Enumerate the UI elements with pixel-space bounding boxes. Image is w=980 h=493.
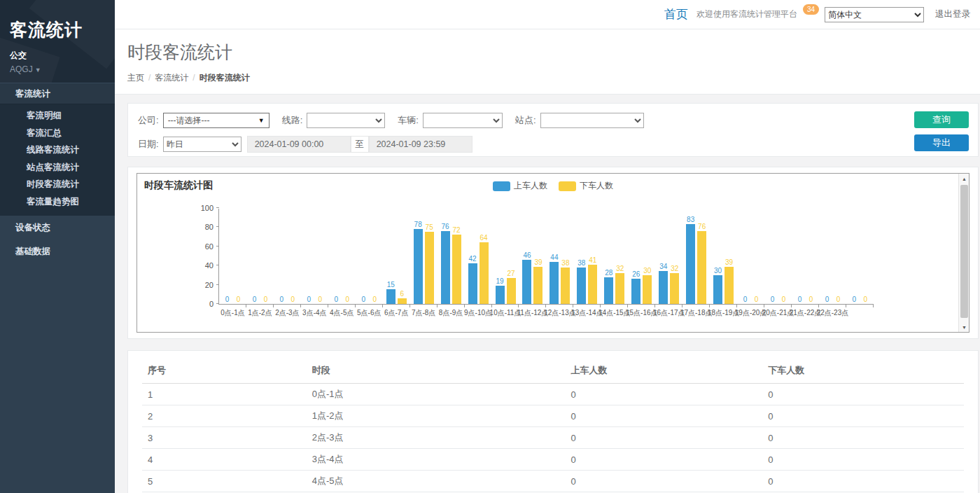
sidebar-logo-area: 客流统计 公交 AQGJ▼ (0, 0, 115, 83)
bar: 30 (643, 275, 652, 304)
scroll-up-icon[interactable]: ▲ (959, 174, 969, 183)
page-title: 时段客流统计 (127, 41, 980, 64)
table-row: 43点-4点00 (142, 449, 964, 471)
bar-value-label: 0 (253, 296, 257, 303)
legend-item-1[interactable]: 下车人数 (559, 180, 613, 192)
bar-value-label: 15 (387, 281, 395, 289)
bar-value-label: 0 (225, 296, 230, 303)
line-select[interactable] (307, 113, 385, 128)
bar: 44 (550, 262, 559, 304)
chart-category-20: 0020点-21点 (764, 209, 792, 304)
data-table: 序号时段上车人数下车人数 10点-1点0021点-2点0032点-3点0043点… (142, 358, 964, 493)
legend-item-0[interactable]: 上车人数 (493, 180, 547, 192)
chart-category-3: 003点-4点 (301, 209, 328, 304)
bar: 78 (414, 229, 423, 304)
bar-value-label: 30 (643, 267, 651, 275)
table-cell: 0 (566, 427, 763, 449)
chart-category-11: 463911点-12点 (519, 209, 546, 304)
bar-value-label: 0 (755, 296, 759, 303)
breadcrumb-link-0[interactable]: 主页 (127, 73, 144, 83)
table-cell: 0 (762, 427, 964, 449)
bar: 19 (496, 286, 505, 304)
notification-badge[interactable]: 34 (803, 4, 819, 15)
legend-swatch (493, 181, 510, 191)
bar: 39 (533, 267, 542, 304)
sidebar-item-1[interactable]: 基础数据 (0, 239, 115, 263)
table-column-header: 序号 (142, 358, 307, 384)
chart-scrollbar[interactable]: ▲ ▼ (958, 174, 969, 332)
chart-category-2: 002点-3点 (274, 209, 301, 304)
bar-value-label: 0 (307, 296, 312, 303)
caret-down-icon: ▼ (258, 117, 265, 124)
bar-value-label: 26 (632, 270, 640, 278)
app-logo-title: 客流统计 (10, 18, 105, 41)
sidebar-user-dropdown[interactable]: AQGJ▼ (10, 64, 105, 74)
company-select[interactable]: ---请选择--- ▼ (163, 113, 270, 128)
chart-category-7: 78757点-8点 (410, 209, 438, 304)
bar-value-label: 76 (698, 223, 706, 230)
sidebar-subitem-5[interactable]: 客流量趋势图 (0, 193, 115, 211)
home-link[interactable]: 首页 (664, 6, 688, 22)
chart-legend: 上车人数下车人数 (493, 180, 613, 192)
x-axis-label: 1点-2点 (248, 308, 272, 318)
sidebar-subitem-3[interactable]: 站点客流统计 (0, 159, 115, 176)
bar: 32 (615, 273, 624, 304)
scroll-down-icon[interactable]: ▼ (959, 322, 969, 332)
sidebar-user-name: AQGJ (10, 64, 33, 74)
legend-swatch (559, 181, 576, 191)
sidebar-org-label: 公交 (10, 50, 105, 62)
date-preset-select[interactable]: 昨日 (163, 137, 241, 152)
company-select-value: ---请选择--- (168, 115, 210, 127)
breadcrumb-separator: / (148, 73, 150, 83)
date-end-input[interactable] (369, 136, 472, 153)
bar: 46 (522, 260, 531, 304)
chart-category-14: 283214点-15点 (601, 209, 628, 304)
chart-category-18: 303918点-19点 (710, 209, 737, 304)
bar-value-label: 39 (534, 258, 542, 266)
y-axis-tick-label: 60 (205, 242, 214, 251)
filter-row-2: 日期: 昨日 至 (138, 136, 968, 153)
bar-value-label: 75 (426, 223, 433, 231)
table-row: 10点-1点00 (142, 384, 964, 405)
table-column-header: 时段 (307, 358, 566, 384)
bar-value-label: 76 (442, 223, 449, 230)
bar-value-label: 19 (496, 277, 503, 285)
legend-label: 上车人数 (514, 180, 547, 192)
search-button[interactable]: 查询 (914, 111, 969, 128)
bar: 32 (670, 273, 679, 304)
line-label: 线路: (282, 114, 303, 127)
table-cell: 1点-2点 (307, 405, 566, 427)
scrollbar-thumb[interactable] (960, 185, 968, 318)
sidebar-subitem-4[interactable]: 时段客流统计 (0, 176, 115, 193)
language-select[interactable]: 简体中文 (825, 7, 924, 22)
logout-link[interactable]: 退出登录 (935, 8, 970, 20)
x-axis-label: 3点-4点 (302, 308, 326, 318)
sidebar-item-0[interactable]: 设备状态 (0, 216, 115, 239)
table-cell: 0 (762, 405, 964, 427)
chart-category-21: 0021点-22点 (792, 209, 819, 304)
sidebar-subitem-0[interactable]: 客流明细 (0, 107, 115, 125)
x-axis-label: 6点-7点 (384, 308, 408, 318)
bar-value-label: 0 (280, 296, 284, 303)
date-start-input[interactable] (247, 136, 351, 153)
sidebar-subitem-2[interactable]: 线路客流统计 (0, 141, 115, 159)
export-button[interactable]: 导出 (914, 134, 969, 151)
station-select[interactable] (540, 113, 644, 128)
bar: 39 (724, 267, 734, 304)
table-column-header: 下车人数 (762, 358, 964, 384)
breadcrumb-link-1[interactable]: 客流统计 (155, 73, 188, 83)
bar-value-label: 0 (798, 296, 802, 303)
bar-value-label: 42 (468, 255, 476, 263)
chart-title: 时段车流统计图 (144, 179, 213, 192)
vehicle-select[interactable] (423, 113, 503, 128)
station-label: 站点: (515, 114, 536, 127)
bar-value-label: 0 (864, 296, 868, 303)
bar-value-label: 27 (507, 270, 514, 277)
chart-category-17: 837617点-18点 (682, 209, 710, 304)
bar-value-label: 0 (836, 296, 841, 303)
sidebar-sections: 设备状态基础数据 (0, 216, 115, 263)
sidebar-item-passenger-stats[interactable]: 客流统计 (0, 83, 115, 104)
x-axis-label: 4点-5点 (330, 308, 354, 318)
bar-value-label: 44 (550, 254, 558, 261)
sidebar-subitem-1[interactable]: 客流汇总 (0, 125, 115, 142)
